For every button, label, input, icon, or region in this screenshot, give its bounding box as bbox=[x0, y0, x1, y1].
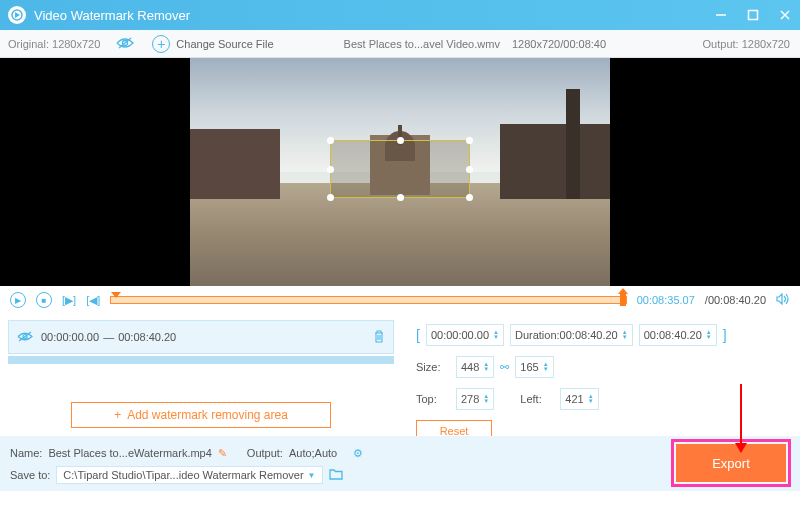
properties-panel: [ 00:00:00.00▲▼ Duration:00:08:40.20▲▼ 0… bbox=[402, 314, 800, 436]
video-frame[interactable] bbox=[190, 58, 610, 286]
title-bar: Video Watermark Remover bbox=[0, 0, 800, 30]
source-fileinfo: 1280x720/00:08:40 bbox=[512, 38, 606, 50]
svg-rect-2 bbox=[749, 11, 758, 20]
spinner-icon[interactable]: ▲▼ bbox=[543, 362, 549, 372]
size-label: Size: bbox=[416, 361, 450, 373]
open-folder-icon[interactable] bbox=[329, 468, 345, 482]
app-title: Video Watermark Remover bbox=[34, 8, 714, 23]
save-path-dropdown[interactable]: C:\Tipard Studio\Tipar...ideo Watermark … bbox=[56, 466, 322, 484]
top-input[interactable]: 278▲▼ bbox=[456, 388, 494, 410]
resize-handle[interactable] bbox=[327, 166, 334, 173]
playback-bar: ▶ ■ [▶] [◀] 00:08:35.07/00:08:40.20 bbox=[0, 286, 800, 314]
bracket-open-icon[interactable]: [ bbox=[416, 327, 420, 343]
resize-handle[interactable] bbox=[466, 194, 473, 201]
output-settings-icon[interactable]: ⚙ bbox=[353, 447, 363, 460]
play-button[interactable]: ▶ bbox=[10, 292, 26, 308]
plus-icon: + bbox=[114, 408, 121, 422]
height-input[interactable]: 165▲▼ bbox=[515, 356, 553, 378]
timeline-end-marker[interactable] bbox=[620, 292, 626, 306]
resize-handle[interactable] bbox=[466, 137, 473, 144]
current-time: 00:08:35.07 bbox=[637, 294, 695, 306]
timeline-start-marker[interactable] bbox=[111, 292, 121, 298]
source-filename: Best Places to...avel Video.wmv bbox=[344, 38, 500, 50]
dropdown-icon: ▼ bbox=[308, 471, 316, 480]
edit-name-icon[interactable]: ✎ bbox=[218, 447, 227, 460]
segment-end: 00:08:40.20 bbox=[118, 331, 176, 343]
plus-icon: + bbox=[152, 35, 170, 53]
resize-handle[interactable] bbox=[327, 137, 334, 144]
spinner-icon[interactable]: ▲▼ bbox=[706, 330, 712, 340]
left-label: Left: bbox=[520, 393, 554, 405]
spinner-icon[interactable]: ▲▼ bbox=[588, 394, 594, 404]
start-time-input[interactable]: 00:00:00.00▲▼ bbox=[426, 324, 504, 346]
video-preview bbox=[0, 58, 800, 286]
save-path: C:\Tipard Studio\Tipar...ideo Watermark … bbox=[63, 469, 303, 481]
spinner-icon[interactable]: ▲▼ bbox=[483, 362, 489, 372]
maximize-button[interactable] bbox=[746, 8, 760, 22]
end-time-input[interactable]: 00:08:40.20▲▼ bbox=[639, 324, 717, 346]
resize-handle[interactable] bbox=[466, 166, 473, 173]
duration-input[interactable]: Duration:00:08:40.20▲▼ bbox=[510, 324, 633, 346]
segment-start: 00:00:00.00 bbox=[41, 331, 99, 343]
segment-range-bar[interactable] bbox=[8, 356, 394, 364]
change-source-label: Change Source File bbox=[176, 38, 273, 50]
segment-item[interactable]: 00:00:00.00 — 00:08:40.20 bbox=[8, 320, 394, 354]
name-label: Name: bbox=[10, 447, 42, 459]
mark-in-button[interactable]: [▶] bbox=[62, 294, 76, 307]
save-to-label: Save to: bbox=[10, 469, 50, 481]
resize-handle[interactable] bbox=[397, 194, 404, 201]
width-input[interactable]: 448▲▼ bbox=[456, 356, 494, 378]
spinner-icon[interactable]: ▲▼ bbox=[493, 330, 499, 340]
output-label: Output: bbox=[247, 447, 283, 459]
add-area-label: Add watermark removing area bbox=[127, 408, 288, 422]
stop-button[interactable]: ■ bbox=[36, 292, 52, 308]
original-resolution: Original: 1280x720 bbox=[0, 38, 108, 50]
segment-sep: — bbox=[103, 331, 114, 343]
spinner-icon[interactable]: ▲▼ bbox=[483, 394, 489, 404]
output-resolution: Output: 1280x720 bbox=[703, 38, 800, 50]
top-label: Top: bbox=[416, 393, 450, 405]
mark-out-button[interactable]: [◀] bbox=[86, 294, 100, 307]
output-format: Auto;Auto bbox=[289, 447, 337, 459]
timeline-slider[interactable] bbox=[110, 296, 626, 304]
toolbar: Original: 1280x720 + Change Source File … bbox=[0, 30, 800, 58]
link-aspect-icon[interactable]: ⚯ bbox=[500, 361, 509, 374]
bracket-close-icon[interactable]: ] bbox=[723, 327, 727, 343]
minimize-button[interactable] bbox=[714, 8, 728, 22]
footer: Name: Best Places to...eWatermark.mp4 ✎ … bbox=[0, 436, 800, 491]
resize-handle[interactable] bbox=[327, 194, 334, 201]
watermark-selection[interactable] bbox=[330, 140, 470, 198]
close-button[interactable] bbox=[778, 8, 792, 22]
resize-handle[interactable] bbox=[397, 137, 404, 144]
export-button[interactable]: Export bbox=[676, 444, 786, 482]
preview-toggle-icon[interactable] bbox=[116, 37, 134, 51]
output-name: Best Places to...eWatermark.mp4 bbox=[48, 447, 211, 459]
app-logo-icon bbox=[8, 6, 26, 24]
left-input[interactable]: 421▲▼ bbox=[560, 388, 598, 410]
segment-visibility-icon[interactable] bbox=[17, 331, 33, 344]
volume-icon[interactable] bbox=[776, 293, 790, 307]
spinner-icon[interactable]: ▲▼ bbox=[622, 330, 628, 340]
change-source-button[interactable]: + Change Source File bbox=[142, 35, 283, 53]
delete-segment-icon[interactable] bbox=[373, 330, 385, 345]
add-watermark-area-button[interactable]: + Add watermark removing area bbox=[71, 402, 331, 428]
segments-panel: 00:00:00.00 — 00:08:40.20 + Add watermar… bbox=[0, 314, 402, 436]
total-time: /00:08:40.20 bbox=[705, 294, 766, 306]
